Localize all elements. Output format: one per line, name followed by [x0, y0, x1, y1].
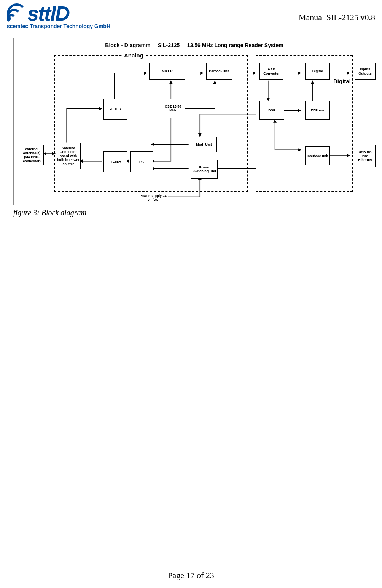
- block-comm-ports: USB RS 232 Ethernet: [355, 145, 376, 167]
- block-external-antenna: external antenna(s) (via BNC-connector): [20, 145, 44, 165]
- block-interface: Interface unit: [305, 146, 330, 165]
- diagram-area: Analog Digital: [16, 51, 372, 203]
- block-antenna-connector: Antenna Connector board with built in Po…: [56, 143, 81, 169]
- block-io: Inputs Outputs: [355, 63, 376, 80]
- logo-subtitle: scemtec Transponder Technology GmbH: [7, 23, 110, 29]
- block-mixer: MIXER: [149, 63, 185, 80]
- figure-caption: figure 3: Block diagram: [13, 208, 375, 217]
- digital-label: Digital: [332, 78, 352, 84]
- block-dsp: DSP: [259, 101, 284, 120]
- block-diagram: Block - Diagramm SIL-2125 13,56 MHz Long…: [13, 38, 375, 205]
- page-header: sttID scemtec Transponder Technology Gmb…: [0, 0, 382, 32]
- block-mod: Mod- Unit: [191, 137, 217, 152]
- page-content: Block - Diagramm SIL-2125 13,56 MHz Long…: [13, 38, 375, 217]
- block-eeprom: EEProm: [305, 101, 330, 120]
- analog-label: Analog: [123, 52, 145, 59]
- block-demod: Demod- Unit: [206, 63, 232, 80]
- page-footer: Page 17 of 23: [7, 564, 375, 580]
- diagram-title: Block - Diagramm SIL-2125 13,56 MHz Long…: [16, 42, 372, 48]
- page-number: Page 17 of 23: [168, 571, 214, 580]
- block-filter-tx: FILTER: [103, 151, 127, 172]
- block-power-switching: Power Switching Unit: [191, 160, 218, 179]
- block-filter-rx: FILTER: [103, 99, 127, 120]
- block-adc: A / D Converter: [259, 63, 283, 80]
- manual-title: Manual SIL-2125 v0.8: [299, 13, 375, 29]
- logo: sttID scemtec Transponder Technology Gmb…: [7, 3, 110, 29]
- block-power-supply: Power supply 24 V =/DC: [138, 192, 168, 203]
- block-digital: Digital: [305, 63, 330, 80]
- logo-icon: [7, 3, 27, 23]
- block-oscillator: OSZ 13,56 MHz: [161, 99, 185, 118]
- logo-text-stt: stt: [27, 2, 50, 25]
- block-pa: PA: [130, 151, 153, 172]
- logo-text-id: ID: [50, 2, 69, 25]
